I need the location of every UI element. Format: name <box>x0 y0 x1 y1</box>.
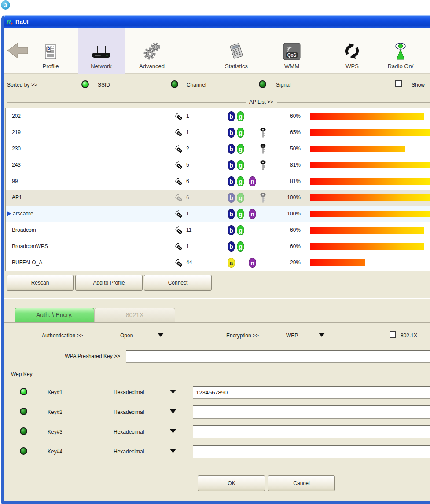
standard-b-badge: b <box>228 111 235 121</box>
wep-key3-label: Key#3 <box>48 429 62 435</box>
sort-label-signal: Signal <box>276 82 290 88</box>
wep-key2-input[interactable] <box>193 405 430 419</box>
channel-icon <box>175 161 184 169</box>
standard-g-badge: g <box>237 128 244 138</box>
show-checkbox-label: Show <box>412 82 425 88</box>
signal-strength-bar <box>310 129 430 136</box>
standard-b-badge: b <box>228 160 235 170</box>
encryption-value[interactable]: WEP <box>286 332 298 339</box>
wpa-preshared-key-input[interactable] <box>126 350 430 363</box>
ap-ssid: arscadre <box>13 206 33 222</box>
ap-row-broadcom[interactable]: Broadcom 11 b g 60% <box>6 222 430 238</box>
channel-icon <box>175 243 184 250</box>
ap-ssid: 99 <box>12 173 18 190</box>
ap-row-219[interactable]: 219 1 b g 65% <box>6 124 430 141</box>
add-to-profile-button[interactable]: Add to Profile <box>75 275 143 291</box>
tab-underline <box>4 322 430 323</box>
wep-key3-input[interactable] <box>193 425 430 438</box>
wep-key4-label: Key#4 <box>48 449 62 455</box>
toolbar-button-statistics[interactable]: Statistics <box>213 28 260 74</box>
wep-key1-radio[interactable] <box>20 388 27 395</box>
sort-radio-signal[interactable] <box>259 80 266 88</box>
wep-key4-input[interactable] <box>193 445 430 458</box>
ap-channel: 1 <box>186 238 189 255</box>
toolbar-button-advanced[interactable]: Advanced <box>129 28 175 74</box>
back-button[interactable] <box>7 42 28 61</box>
toolbar-button-wps[interactable]: WPS <box>329 28 375 74</box>
ap-ssid: BUFFALO_A <box>12 255 42 271</box>
wep-key1-format-dropdown-arrow-icon[interactable] <box>170 390 176 394</box>
radio-antenna-icon <box>393 42 408 60</box>
wep-key2-radio[interactable] <box>20 408 27 415</box>
cancel-button[interactable]: Cancel <box>268 475 335 491</box>
wep-key-group-label: Wep Key <box>11 371 35 377</box>
connect-button[interactable]: Connect <box>144 275 212 291</box>
ralink-logo-icon: R <box>6 18 13 25</box>
ap-row-arscadre[interactable]: arscadre 1 b g n 100% <box>6 206 430 222</box>
standard-b-badge: b <box>228 241 235 252</box>
main-toolbar: P Profile Network <box>4 28 430 74</box>
toolbar-button-wmm[interactable]: QoS WMM <box>268 28 315 74</box>
signal-strength-bar <box>310 146 405 152</box>
window-titlebar[interactable]: R RaUI <box>4 15 430 28</box>
channel-icon <box>175 178 184 185</box>
ap-ssid: Broadcom <box>12 222 36 238</box>
encryption-dropdown-arrow-icon[interactable] <box>319 333 325 337</box>
toolbar-button-network[interactable]: Network <box>78 28 125 74</box>
wep-key3-radio[interactable] <box>20 427 27 435</box>
ap-row-broadcomwps[interactable]: BroadcomWPS 1 b g 60% <box>6 238 430 255</box>
wep-key4-format-dropdown-arrow-icon[interactable] <box>170 449 176 453</box>
wep-key3-format[interactable]: Hexadecimal <box>114 429 144 435</box>
ap-ssid: BroadcomWPS <box>12 238 48 255</box>
ap-row-243[interactable]: 243 5 b g 81% <box>6 157 430 173</box>
screenshot-root: { "annotation_badge": { "label": "3" }, … <box>0 0 430 504</box>
wep-key4-format[interactable]: Hexadecimal <box>114 449 144 455</box>
ap-row-buffalo-a[interactable]: BUFFALO_A 44 a n 29% <box>6 255 430 271</box>
ap-row-ap1[interactable]: AP1 6 b g 100% <box>6 190 430 206</box>
svg-text:QoS: QoS <box>287 53 297 58</box>
secured-key-icon <box>260 144 266 154</box>
wep-key2-format[interactable]: Hexadecimal <box>114 409 144 415</box>
wep-key4-radio[interactable] <box>20 447 27 455</box>
ap-row-230[interactable]: 230 2 b g 50% <box>6 141 430 157</box>
wep-key3-format-dropdown-arrow-icon[interactable] <box>170 429 176 433</box>
ap-signal-percent: 60% <box>270 108 301 124</box>
sort-radio-channel[interactable] <box>171 80 178 88</box>
wep-key1-format[interactable]: Hexadecimal <box>114 389 144 395</box>
show-checkbox[interactable] <box>395 80 402 87</box>
standard-b-badge: b <box>228 128 235 138</box>
signal-strength-bar <box>310 227 424 234</box>
signal-strength-bar <box>310 259 365 266</box>
toolbar-label-wmm: WMM <box>284 63 299 69</box>
standard-b-badge: b <box>228 225 235 235</box>
statistics-calculator-icon <box>228 43 245 60</box>
toolbar-button-profile[interactable]: P Profile <box>27 28 74 74</box>
toolbar-button-radio[interactable]: Radio On/ <box>377 28 424 74</box>
sorted-by-label: Sorted by >> <box>7 82 37 88</box>
channel-icon <box>175 259 184 267</box>
ap-channel: 6 <box>186 190 189 206</box>
tab-8021x[interactable]: 8021X <box>94 308 175 322</box>
rescan-button[interactable]: Rescan <box>7 275 74 291</box>
wep-key1-input[interactable] <box>193 386 430 399</box>
dot1x-checkbox[interactable] <box>390 331 396 338</box>
ap-row-99[interactable]: 99 6 b g n 81% <box>6 173 430 190</box>
ap-signal-percent: 100% <box>270 206 301 222</box>
wpa-preshared-key-label: WPA Preshared Key >> <box>4 353 120 359</box>
standard-n-badge: n <box>249 176 256 186</box>
toolbar-label-network: Network <box>91 63 112 69</box>
dot1x-label: 802.1X <box>401 332 417 339</box>
secured-key-icon <box>260 128 266 138</box>
selected-row-arrow-icon <box>7 211 11 217</box>
tab-auth-encry[interactable]: Auth. \ Encry. <box>15 308 94 322</box>
channel-icon <box>175 145 184 153</box>
ok-button[interactable]: OK <box>198 475 265 491</box>
sort-radio-ssid[interactable] <box>81 80 89 88</box>
ap-row-202[interactable]: 202 1 b g 60% <box>6 108 430 124</box>
wep-key2-label: Key#2 <box>48 409 62 415</box>
wep-key2-format-dropdown-arrow-icon[interactable] <box>170 409 176 413</box>
authentication-value[interactable]: Open <box>120 332 133 339</box>
ap-channel: 11 <box>186 222 191 238</box>
standard-n-badge: n <box>249 209 256 219</box>
authentication-dropdown-arrow-icon[interactable] <box>158 333 164 337</box>
